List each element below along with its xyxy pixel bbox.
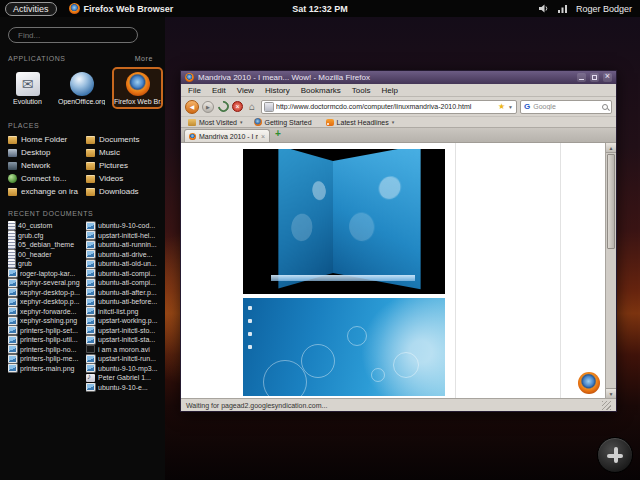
menu-item[interactable]: Edit <box>212 86 226 95</box>
stop-button[interactable] <box>232 101 243 112</box>
find-input[interactable] <box>8 27 138 43</box>
recent-document-item[interactable]: grub.cfg <box>8 231 86 241</box>
search-engine-label[interactable]: Google <box>533 103 599 110</box>
menu-item[interactable]: File <box>188 86 201 95</box>
vertical-scrollbar[interactable]: ▲ ▼ <box>605 143 616 398</box>
firefox-window[interactable]: Mandriva 2010 - I mean... Wow! - Mozilla… <box>180 70 617 412</box>
app-item[interactable]: OpenOffice.org... <box>56 67 107 109</box>
forward-button[interactable] <box>202 101 214 113</box>
recent-document-item[interactable]: ubuntu-9-10-e... <box>86 383 165 393</box>
bookmark-item[interactable]: Getting Started <box>254 118 315 126</box>
search-bar[interactable]: Google <box>520 100 612 114</box>
recent-document-item[interactable]: xephyr-desktop-p... <box>8 288 86 298</box>
menu-item[interactable]: Bookmarks <box>301 86 341 95</box>
bookmark-item[interactable]: Most Visited ▾ <box>188 119 243 126</box>
reload-button[interactable] <box>217 101 229 113</box>
recent-document-item[interactable]: ubuntu-9-10-mp3... <box>86 364 165 374</box>
recent-document-label: ubuntu-ati-drive... <box>98 251 152 258</box>
place-item[interactable]: Pictures <box>86 159 165 172</box>
recent-document-item[interactable]: printers-hplip-set... <box>8 326 86 336</box>
recent-document-item[interactable]: upstart-initctl-sta... <box>86 335 165 345</box>
app-item[interactable]: Firefox Web Br... <box>112 67 163 109</box>
place-label: Desktop <box>21 148 50 157</box>
file-type-icon <box>86 250 95 258</box>
app-menu[interactable]: Firefox Web Browser <box>69 3 174 14</box>
place-item[interactable]: Downloads <box>86 185 165 198</box>
user-menu[interactable]: Roger Bodger <box>576 4 632 14</box>
recent-document-item[interactable]: xephyr-sshing.png <box>8 316 86 326</box>
recent-document-item[interactable]: Peter Gabriel 1... <box>86 373 165 383</box>
url-bar[interactable]: http://www.doctormcdo.com/computer/linux… <box>261 100 517 114</box>
recent-document-item[interactable]: xephyr-desktop.p... <box>8 297 86 307</box>
scroll-down-arrow[interactable]: ▼ <box>606 388 616 398</box>
recent-document-item[interactable]: ubuntu-ati-old-un... <box>86 259 165 269</box>
recent-document-item[interactable]: upstart-initctl-sto... <box>86 326 165 336</box>
recent-document-item[interactable]: upstart-initctl-run... <box>86 354 165 364</box>
recent-document-item[interactable]: ubuntu-9-10-cod... <box>86 221 165 231</box>
scrollbar-thumb[interactable] <box>607 154 615 249</box>
recent-document-item[interactable]: grub <box>8 259 86 269</box>
url-dropdown-icon[interactable]: ▼ <box>508 104 513 110</box>
clock[interactable]: Sat 12:32 PM <box>292 4 348 14</box>
scroll-up-arrow[interactable]: ▲ <box>606 143 616 153</box>
menu-item[interactable]: View <box>237 86 254 95</box>
menu-item[interactable]: Tools <box>352 86 371 95</box>
network-icon[interactable] <box>557 3 568 14</box>
file-type-icon <box>86 336 95 344</box>
place-item[interactable]: Connect to... <box>8 172 86 185</box>
recent-document-item[interactable]: roger-laptop-kar... <box>8 269 86 279</box>
bookmark-star-icon[interactable]: ★ <box>498 103 505 111</box>
place-item[interactable]: Network <box>8 159 86 172</box>
new-tab-button[interactable] <box>275 129 281 139</box>
wallpaper-circle <box>371 368 385 382</box>
recent-document-item[interactable]: i am a moron.avi <box>86 345 165 355</box>
recent-document-item[interactable]: 40_custom <box>8 221 86 231</box>
recent-document-item[interactable]: ubuntu-ati-after.p... <box>86 288 165 298</box>
place-item[interactable]: Documents <box>86 133 165 146</box>
recent-document-item[interactable]: printers-hplip-util... <box>8 335 86 345</box>
minimize-button[interactable] <box>577 73 586 82</box>
resize-grip[interactable] <box>602 401 611 410</box>
place-item[interactable]: Videos <box>86 172 165 185</box>
activities-button[interactable]: Activities <box>5 2 57 16</box>
app-item[interactable]: Evolution <box>4 67 51 109</box>
gnome-shell-overview: Activities Firefox Web Browser Sat 12:32… <box>0 0 640 480</box>
place-item[interactable]: Home Folder <box>8 133 86 146</box>
place-label: Music <box>99 148 120 157</box>
menu-item[interactable]: History <box>265 86 290 95</box>
search-magnifier-icon[interactable] <box>602 104 608 110</box>
recent-document-item[interactable]: 05_debian_theme <box>8 240 86 250</box>
recent-document-item[interactable]: ubuntu-ati-compi... <box>86 278 165 288</box>
recent-document-item[interactable]: upstart-working.p... <box>86 316 165 326</box>
window-titlebar[interactable]: Mandriva 2010 - I mean... Wow! - Mozilla… <box>181 71 616 84</box>
place-item[interactable]: Desktop <box>8 146 86 159</box>
place-item[interactable]: exchange on ira <box>8 185 86 198</box>
recent-document-item[interactable]: initctl-list.png <box>86 307 165 317</box>
recent-document-item[interactable]: ubuntu-ati-compi... <box>86 269 165 279</box>
tab-close-icon[interactable]: × <box>261 133 265 140</box>
recent-document-item[interactable]: ubuntu-ati-before... <box>86 297 165 307</box>
place-label: Pictures <box>99 161 128 170</box>
recent-document-item[interactable]: xephyr-forwarde... <box>8 307 86 317</box>
recent-document-item[interactable]: printers-hplip-me... <box>8 354 86 364</box>
recent-document-item[interactable]: xephyr-several.png <box>8 278 86 288</box>
recent-document-item[interactable]: upstart-initctl-hel... <box>86 231 165 241</box>
bookmark-item[interactable]: Latest Headlines ▾ <box>326 119 395 126</box>
home-button[interactable] <box>246 101 258 113</box>
recent-document-label: upstart-initctl-hel... <box>98 232 155 239</box>
close-button[interactable] <box>603 73 612 82</box>
maximize-button[interactable] <box>590 73 599 82</box>
menu-item[interactable]: Help <box>381 86 397 95</box>
add-workspace-button[interactable] <box>597 437 633 473</box>
recent-document-item[interactable]: printers-hplip-no... <box>8 345 86 355</box>
applications-more-link[interactable]: More <box>135 55 153 62</box>
recent-document-item[interactable]: 00_header <box>8 250 86 260</box>
back-button[interactable] <box>185 100 199 114</box>
url-text[interactable]: http://www.doctormcdo.com/computer/linux… <box>276 103 495 110</box>
recent-document-item[interactable]: ubuntu-ati-drive... <box>86 250 165 260</box>
tab-mandriva[interactable]: Mandriva 2010 - I mean... Wow! × <box>184 129 270 142</box>
recent-document-item[interactable]: ubuntu-ati-runnin... <box>86 240 165 250</box>
place-item[interactable]: Music <box>86 146 165 159</box>
volume-icon[interactable] <box>538 3 549 14</box>
recent-document-item[interactable]: printers-main.png <box>8 364 86 374</box>
